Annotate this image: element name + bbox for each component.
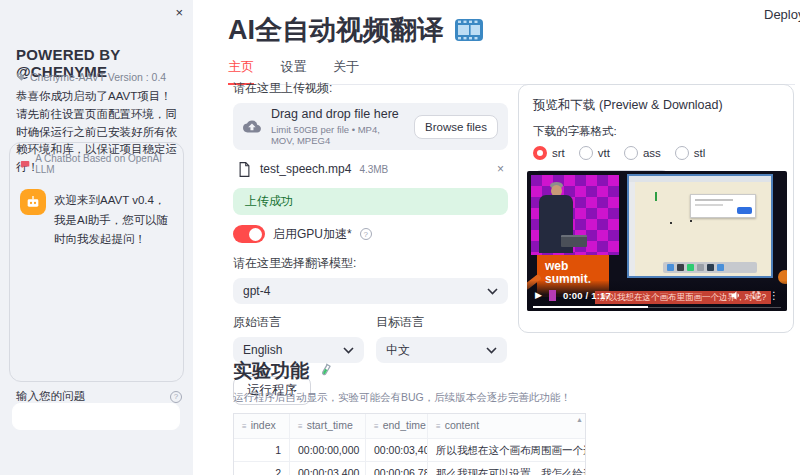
dialog-ok-button xyxy=(737,207,752,214)
cell-start: 00:00:03,400 xyxy=(290,462,366,475)
video-control-bar: 所以我想在这个画布里面画一个边界，对吧? ▶ 0:00 / 1:17 ⋮ xyxy=(527,281,787,311)
question-label-row: 输入您的问题 ? xyxy=(16,389,182,404)
canvas-dot xyxy=(690,220,692,222)
dock-icon xyxy=(667,264,674,271)
format-radio-group: srt vtt ass stl xyxy=(533,146,779,160)
dialog-text-line xyxy=(695,199,733,201)
version-label: Chenyme-AAVT Version : 0.4 xyxy=(30,71,166,83)
gpu-help-icon[interactable]: ? xyxy=(360,228,372,240)
chevron-down-icon xyxy=(486,347,497,354)
upload-section: 请在这里上传视频: Drag and drop file here Limit … xyxy=(233,80,508,405)
progress-fill xyxy=(533,306,648,308)
col-header-start[interactable]: ≡start_time xyxy=(290,414,366,438)
close-sidebar-icon[interactable]: × xyxy=(175,5,183,20)
table-scroll-up-icon[interactable]: ▲ xyxy=(576,416,583,423)
question-label: 输入您的问题 xyxy=(16,389,85,404)
deploy-button[interactable]: Deploy xyxy=(764,7,800,22)
dropzone-text: Drag and drop file here Limit 50GB per f… xyxy=(271,107,404,146)
dropzone-hint: Limit 50GB per file • MP4, MOV, MPEG4 xyxy=(271,124,404,146)
page-title-text: AI全自动视频翻译 xyxy=(228,12,444,48)
language-row: 原始语言 English 目标语言 中文 xyxy=(233,314,508,363)
cell-index: 2 xyxy=(234,462,290,475)
model-value: gpt-4 xyxy=(243,284,270,298)
cell-index: 1 xyxy=(234,439,290,461)
file-size: 4.3MB xyxy=(359,164,388,175)
film-icon xyxy=(454,18,484,42)
chatbot-card: A ChatBot Based on OpenAI LLM 欢迎来到AAVT v… xyxy=(9,142,184,382)
browse-files-button[interactable]: Browse files xyxy=(414,115,498,139)
play-icon[interactable]: ▶ xyxy=(535,290,542,300)
table-row: 2 00:00:03,400 00:00:06,780 那么我现在可以设置，我怎… xyxy=(234,462,585,475)
col-header-end[interactable]: ≡end_time xyxy=(366,414,428,438)
gpu-toggle-row: 启用GPU加速* ? xyxy=(233,225,508,243)
testtube-icon xyxy=(314,360,336,382)
preview-card: 预览和下载 (Preview & Download) 下载的字幕格式: srt … xyxy=(518,84,794,333)
speaker-laptop xyxy=(561,235,587,247)
video-player[interactable]: web▲ summit. xyxy=(527,171,787,311)
format-label: 下载的字幕格式: xyxy=(533,124,779,139)
radio-icon xyxy=(624,146,638,160)
canvas-dot xyxy=(670,222,672,224)
file-icon xyxy=(237,161,252,178)
page-title: AI全自动视频翻译 xyxy=(228,12,484,48)
assistant-avatar-icon xyxy=(20,189,46,215)
video-timestamp: 0:00 / 1:17 xyxy=(563,290,611,301)
experiment-section: 实验功能 运行程序后自动显示，实验可能会有BUG，后续版本会逐步完善此功能！ ≡… xyxy=(233,358,593,475)
radio-label: stl xyxy=(694,147,706,159)
toggle-knob xyxy=(249,228,262,241)
model-select[interactable]: gpt-4 xyxy=(233,278,508,304)
tag-icon xyxy=(16,72,26,82)
screen-share-window xyxy=(627,174,773,278)
radio-vtt[interactable]: vtt xyxy=(579,146,610,160)
col-header-index[interactable]: ≡index xyxy=(234,414,290,438)
cell-start: 00:00:00,000 xyxy=(290,439,366,461)
macos-dock xyxy=(663,262,757,273)
dock-icon xyxy=(687,264,694,271)
remove-file-icon[interactable]: × xyxy=(497,162,504,176)
dialog-box xyxy=(690,194,756,218)
app-root: × POWERED BY @CHENYME Chenyme-AAVT Versi… xyxy=(0,0,800,475)
file-name: test_speech.mp4 xyxy=(260,162,351,176)
col-header-label: end_time xyxy=(383,419,426,431)
radio-ass[interactable]: ass xyxy=(624,146,661,160)
chat-message-row: 欢迎来到AAVT v0.4，我是AI助手，您可以随时向我发起提问！ xyxy=(20,189,173,250)
radio-stl[interactable]: stl xyxy=(675,146,706,160)
gpu-toggle-label: 启用GPU加速* xyxy=(273,226,352,243)
model-label: 请在这里选择翻译模型: xyxy=(233,255,508,272)
video-menu-icon[interactable]: ⋮ xyxy=(769,290,779,301)
dock-icon xyxy=(717,264,724,271)
col-header-content[interactable]: ≡content xyxy=(428,414,585,438)
chatbot-icon xyxy=(20,159,30,170)
chat-message: 欢迎来到AAVT v0.4，我是AI助手，您可以随时向我发起提问！ xyxy=(54,191,173,250)
video-artifact xyxy=(549,290,556,301)
question-help-icon[interactable]: ? xyxy=(170,391,182,403)
cell-content: 那么我现在可以设置，我怎么给这个画布添加一个边框呢? xyxy=(428,462,585,475)
radio-selected-icon xyxy=(533,146,547,160)
volume-icon[interactable] xyxy=(730,289,743,302)
preview-title: 预览和下载 (Preview & Download) xyxy=(533,97,779,114)
chevron-down-icon xyxy=(487,288,498,295)
gpu-toggle[interactable] xyxy=(233,225,265,243)
col-header-label: content xyxy=(445,419,479,431)
sort-icon: ≡ xyxy=(436,422,441,431)
cell-end: 00:00:03,400 xyxy=(366,439,428,461)
radio-label: ass xyxy=(643,147,661,159)
experiment-title-text: 实验功能 xyxy=(233,358,309,384)
target-lang-col: 目标语言 中文 xyxy=(376,314,507,363)
radio-label: vtt xyxy=(598,147,610,159)
radio-icon xyxy=(675,146,689,160)
source-lang-col: 原始语言 English xyxy=(233,314,364,363)
dropzone-title: Drag and drop file here xyxy=(271,107,404,121)
dock-icon xyxy=(707,264,714,271)
radio-srt[interactable]: srt xyxy=(533,146,565,160)
experiment-title: 实验功能 xyxy=(233,358,593,384)
target-lang-value: 中文 xyxy=(386,342,410,359)
question-input[interactable] xyxy=(12,403,180,430)
radio-label: srt xyxy=(552,147,565,159)
dock-icon xyxy=(697,264,704,271)
fullscreen-icon[interactable] xyxy=(750,289,762,301)
col-header-label: start_time xyxy=(307,419,353,431)
chatbot-caption: A ChatBot Based on OpenAI LLM xyxy=(35,153,173,175)
subtitle-table: ≡index ≡start_time ≡end_time ≡content 1 … xyxy=(233,413,586,475)
file-dropzone[interactable]: Drag and drop file here Limit 50GB per f… xyxy=(233,103,508,150)
